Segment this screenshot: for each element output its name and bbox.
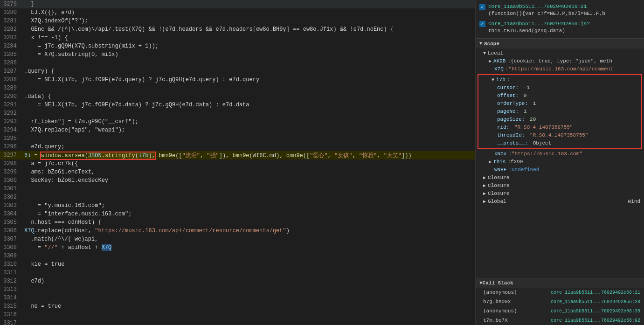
- code-line: 3290.data) {: [0, 92, 475, 101]
- line-number: 3294: [0, 127, 22, 133]
- scope-header[interactable]: ▼ Scope: [476, 39, 644, 48]
- code-line: 3312 e7d): [0, 277, 475, 285]
- line-content: e7d.query;: [22, 144, 475, 150]
- line-number: 3284: [0, 43, 22, 49]
- line-number: 3314: [0, 295, 22, 301]
- line-number: 3308: [0, 244, 22, 251]
- line-content: ams: bZo6i.encText,: [22, 169, 475, 175]
- line-number: 3296: [0, 144, 22, 150]
- scope-this[interactable]: ▶ this : fX90: [476, 158, 644, 166]
- line-number: 3300: [0, 177, 22, 184]
- scope-i7b-header[interactable]: ▼ i7b :: [478, 76, 641, 84]
- line-number: 3311: [0, 270, 22, 276]
- code-line: 3293 rf_token"] = t7m.gP9G("__csrf");: [0, 118, 475, 126]
- line-content: kie = true: [22, 261, 475, 268]
- code-line: 3288 = NEJ.X(i7b, j7c.fO9F(e7d.query) ? …: [0, 76, 475, 84]
- line-content: 6i = window.asrsea(JSON.stringify(i7b), …: [22, 152, 475, 159]
- scope-i7b-prop: pageNo: 1: [478, 108, 641, 116]
- code-line: 3291 = NEJ.X(i7b, j7c.fO9F(e7d.data) ? j…: [0, 101, 475, 109]
- code-line: 3313: [0, 285, 475, 294]
- scope-i7b-prop: rid: "R_SO_4_1407358755": [478, 124, 641, 131]
- line-number: 3286: [0, 60, 22, 66]
- line-number: 3298: [0, 160, 22, 167]
- line-content: .query) {: [22, 68, 475, 75]
- code-line: 3302: [0, 193, 475, 201]
- local-arrow: ▼: [483, 51, 486, 56]
- line-number: 3281: [0, 18, 22, 24]
- breakpoint-item-1[interactable]: core_11aa9b5511...76029492e56:21 (functi…: [476, 2, 644, 19]
- breakpoint-checkbox-1[interactable]: [479, 4, 485, 10]
- call-stack-item[interactable]: t7m.be7Xcore_11aa9b5511...76029492e56:92: [476, 316, 644, 325]
- line-number: 3292: [0, 110, 22, 117]
- line-number: 3289: [0, 85, 22, 91]
- code-line: 3309: [0, 252, 475, 260]
- breakpoint-checkbox-2[interactable]: [479, 21, 485, 27]
- scope-i7b-prop: threadId: "R_SO_4_1407358755": [478, 131, 641, 139]
- line-content: a = j7c.cr7k({: [22, 160, 475, 167]
- code-line: 3303 = "y.music.163.com";: [0, 201, 475, 210]
- code-line: 3316: [0, 311, 475, 319]
- line-content: X7Q.replace("api", "weapi");: [22, 127, 475, 133]
- code-line: 3295: [0, 134, 475, 143]
- code-editor[interactable]: 3279 }3280 EJ.X({}, e7d)3281 X7Q.indexOf…: [0, 0, 476, 325]
- code-line: 3280 EJ.X({}, e7d): [0, 8, 475, 17]
- call-stack-arrow: ▼: [479, 280, 483, 286]
- scope-global[interactable]: ▶ Global Wind: [476, 198, 644, 206]
- line-number: 3307: [0, 236, 22, 242]
- scope-closure-3[interactable]: ▶ Closure: [476, 190, 644, 198]
- ak9b-arrow: ▶: [489, 58, 492, 64]
- call-stack-item[interactable]: (anonymous)core_11aa9b5511...76029492e56…: [476, 288, 644, 297]
- scope-closure-1[interactable]: ▶ Closure: [476, 174, 644, 182]
- breakpoints-area: core_11aa9b5511...76029492e56:21 (functi…: [476, 0, 644, 39]
- call-stack-section: ▼ Call Stack (anonymous)core_11aa9b5511.…: [476, 278, 644, 325]
- line-number: 3303: [0, 202, 22, 209]
- code-line: 3292: [0, 109, 475, 118]
- line-number: 3295: [0, 135, 22, 142]
- line-number: 3312: [0, 278, 22, 284]
- code-line: 32976i = window.asrsea(JSON.stringify(i7…: [0, 151, 475, 159]
- call-stack-item[interactable]: b7g.bsO0xcore_11aa9b5511...76029492e56:2…: [476, 297, 644, 306]
- code-line: 3284 = j7c.gQ9H(X7Q.substring(mi1x + 1))…: [0, 42, 475, 50]
- debug-panel: core_11aa9b5511...76029492e56:21 (functi…: [476, 0, 644, 325]
- code-line: 3286: [0, 59, 475, 67]
- scope-x7q[interactable]: X7Q : "https://music.163.com/api/comment: [476, 65, 644, 73]
- scope-i7b-prop: __proto__: Object: [478, 139, 641, 147]
- line-content: SecKey: bZo6i.encSecKey: [22, 177, 475, 184]
- scope-kn0x[interactable]: kN0x : "https://music.163.com": [476, 150, 644, 158]
- line-number: 3302: [0, 194, 22, 201]
- line-number: 3285: [0, 51, 22, 58]
- code-line: 3308 = "//" + apiHost + X7Q: [0, 243, 475, 252]
- line-content: = NEJ.X(i7b, j7c.fO9F(e7d.query) ? j7c.g…: [22, 76, 475, 83]
- code-line: 3315 ne = true: [0, 302, 475, 311]
- line-number: 3315: [0, 303, 22, 310]
- call-stack-item[interactable]: (anonymous)core_11aa9b5511...76029492e56…: [476, 306, 644, 316]
- line-content: ne = true: [22, 303, 475, 310]
- scope-i7b-prop: cursor: -1: [478, 84, 641, 92]
- scope-ak9b[interactable]: ▶ AK9B : {cookie: true, type: "json", me…: [476, 57, 644, 65]
- code-line: 3301: [0, 185, 475, 193]
- code-line: 3282 GEnc && /(^|\.com)\/api/.test(X7Q) …: [0, 25, 475, 34]
- scope-content: ▼ Local ▶ AK9B : {cookie: true, type: "j…: [476, 48, 644, 278]
- breakpoint-text-2: core_11aa9b5511...76029492e56:js? this.t…: [488, 21, 590, 35]
- closure3-arrow: ▶: [483, 191, 486, 196]
- line-content: GEnc && /(^|\.com)\/api/.test(X7Q) && !(…: [22, 26, 475, 33]
- line-number: 3279: [0, 1, 22, 7]
- line-content: n.host === cdnHost) {: [22, 219, 475, 226]
- scope-closure-2[interactable]: ▶ Closure: [476, 182, 644, 190]
- line-number: 3301: [0, 186, 22, 192]
- line-content: = X7Q.substring(0, mi1x): [22, 51, 475, 58]
- code-line: 3305 n.host === cdnHost) {: [0, 218, 475, 227]
- scope-wn8f[interactable]: wN8F : undefined: [476, 166, 644, 174]
- line-content: X7Q.indexOf("?");: [22, 18, 475, 24]
- line-number: 3316: [0, 311, 22, 318]
- code-line: 3299 ams: bZo6i.encText,: [0, 168, 475, 176]
- call-stack-header[interactable]: ▼ Call Stack: [476, 278, 644, 288]
- scope-i7b-box: ▼ i7b : cursor: -1offset: 0orderType: 1p…: [478, 74, 642, 149]
- line-content: X7Q.replace(cdnHost, "https://music.163.…: [22, 228, 475, 234]
- scope-local-header[interactable]: ▼ Local: [476, 49, 644, 57]
- line-number: 3282: [0, 26, 22, 33]
- breakpoint-item-2[interactable]: core_11aa9b5511...76029492e56:js? this.t…: [476, 19, 644, 36]
- code-line: 3314: [0, 294, 475, 302]
- line-number: 3280: [0, 9, 22, 16]
- i7b-arrow: ▼: [492, 77, 494, 83]
